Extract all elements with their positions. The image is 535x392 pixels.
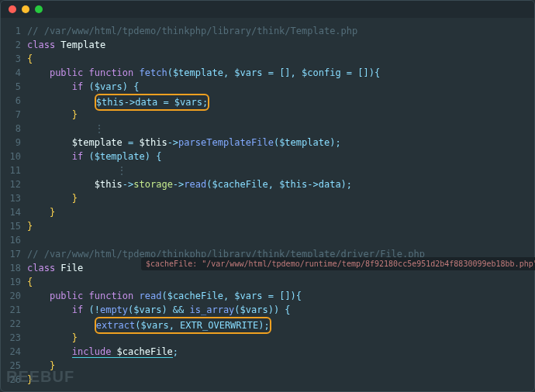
code-args: ($cacheFile, $this->data); <box>206 179 352 190</box>
line-number: 9 <box>1 136 21 150</box>
code-var: $cacheFile <box>111 346 172 358</box>
code-text: ($vars) && <box>128 304 189 315</box>
code-cond: ($template) { <box>83 151 161 162</box>
debug-tooltip: $cacheFile: "/var/www/html/tpdemo/runtim… <box>141 257 535 270</box>
code-function: parseTemplateFile <box>178 137 274 148</box>
code-text: (! <box>83 304 100 315</box>
code-keyword: if <box>72 81 83 92</box>
line-number: 8 <box>1 122 21 136</box>
code-keyword: function <box>89 67 134 78</box>
code-ellipsis: ⋮ <box>95 123 104 134</box>
line-number: 10 <box>1 150 21 163</box>
code-brace: { <box>27 277 33 287</box>
code-class: File <box>60 263 83 273</box>
code-line: $this->data = $vars; <box>96 97 209 108</box>
code-this: $this <box>140 137 167 148</box>
line-numbers: 1 2 3 4 5 6 7 8 9 10 11 12 13 14 15 16 1… <box>1 24 27 387</box>
line-number: 13 <box>1 191 21 205</box>
code-brace: { <box>27 53 33 64</box>
code-function: fetch <box>140 67 167 78</box>
line-number: 12 <box>1 177 21 191</box>
code-text: ($vars)) { <box>234 304 290 315</box>
watermark: REEBUF <box>6 368 74 386</box>
code-brace: } <box>72 109 78 120</box>
code-keyword: class <box>27 40 55 50</box>
line-number: 16 <box>1 233 21 247</box>
code-op: = <box>123 137 140 148</box>
code-area[interactable]: // /var/www/html/tpdemo/thinkphp/library… <box>27 24 534 387</box>
line-number: 7 <box>1 108 21 122</box>
code-op: -> <box>167 137 178 148</box>
code-keyword: public <box>50 67 83 78</box>
code-ellipsis: ⋮ <box>117 165 126 176</box>
code-var: $template <box>72 137 123 148</box>
line-number: 21 <box>1 303 21 317</box>
highlight-box: $this->data = $vars; <box>95 94 210 111</box>
line-number: 3 <box>1 52 21 66</box>
code-params: ($cacheFile, $vars = []){ <box>161 291 302 301</box>
line-number: 17 <box>1 247 21 261</box>
line-number: 11 <box>1 163 21 177</box>
line-number: 18 <box>1 261 21 275</box>
code-brace: } <box>27 221 33 232</box>
line-number: 24 <box>1 345 21 359</box>
code-keyword: public <box>50 291 83 301</box>
editor: 1 2 3 4 5 6 7 8 9 10 11 12 13 14 15 16 1… <box>1 18 534 387</box>
code-this: $this <box>95 179 123 190</box>
line-number: 1 <box>1 24 21 38</box>
code-function: empty <box>100 304 128 315</box>
line-number: 5 <box>1 80 21 94</box>
code-text: ; <box>173 346 178 357</box>
code-function: read <box>140 291 162 301</box>
code-brace: } <box>72 193 78 204</box>
code-function: read <box>184 179 206 190</box>
code-keyword: class <box>27 263 55 273</box>
line-number: 2 <box>1 38 21 52</box>
line-number: 6 <box>1 94 21 108</box>
line-number: 20 <box>1 289 21 303</box>
code-keyword: function <box>89 291 134 301</box>
code-function: is_array <box>190 304 235 315</box>
code-op: -> <box>123 179 133 190</box>
line-number: 15 <box>1 219 21 233</box>
highlight-box: extract($vars, EXTR_OVERWRITE); <box>95 317 271 334</box>
code-keyword: if <box>72 151 83 162</box>
minimize-icon[interactable] <box>22 5 29 13</box>
code-keyword: if <box>72 304 83 315</box>
title-bar <box>1 1 534 18</box>
code-keyword: include <box>72 346 112 358</box>
code-args: ($vars, EXTR_OVERWRITE); <box>135 320 269 331</box>
code-brace: } <box>50 207 55 218</box>
code-text: ($template); <box>274 137 341 148</box>
code-brace: } <box>72 332 78 343</box>
line-number: 22 <box>1 317 21 331</box>
code-comment: // /var/www/html/tpdemo/thinkphp/library… <box>27 26 357 36</box>
line-number: 14 <box>1 205 21 219</box>
maximize-icon[interactable] <box>35 5 43 13</box>
code-cond: ($vars) { <box>83 81 139 92</box>
close-icon[interactable] <box>9 5 16 13</box>
line-number: 23 <box>1 331 21 345</box>
code-op: -> <box>173 179 184 190</box>
code-function: extract <box>96 320 136 331</box>
line-number: 4 <box>1 66 21 80</box>
code-prop: storage <box>133 179 173 190</box>
code-class: Template <box>60 40 105 50</box>
line-number: 19 <box>1 275 21 289</box>
code-params: ($template, $vars = [], $config = []){ <box>167 67 381 78</box>
